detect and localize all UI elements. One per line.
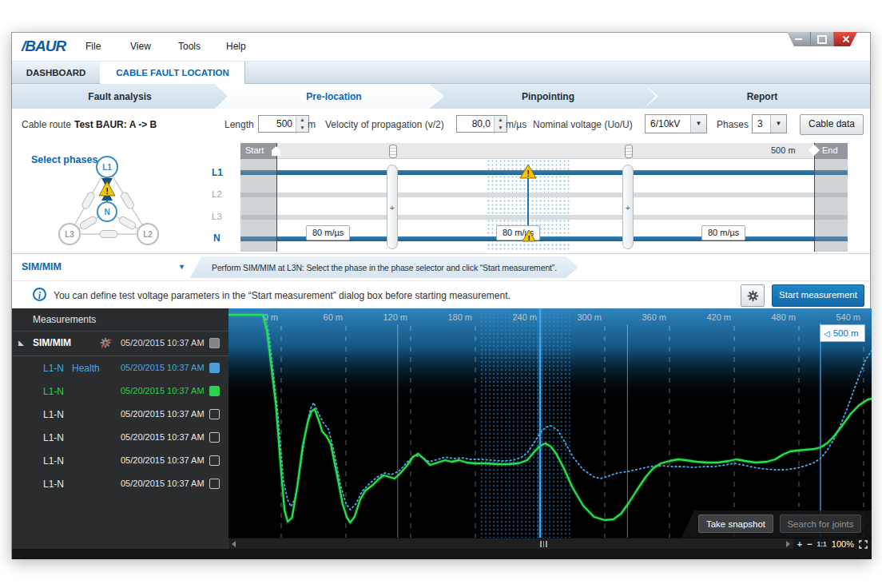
phases-value: 3 — [753, 115, 770, 133]
joint-marker-icon — [625, 145, 633, 158]
measurement-row[interactable]: L1-N05/20/2015 10:37 AM — [12, 426, 228, 449]
fit-to-screen-icon[interactable] — [859, 540, 868, 549]
cursor-distance-flag[interactable]: ◁ 500 m — [820, 324, 865, 342]
step-pinpointing[interactable]: Pinpointing — [429, 84, 656, 109]
warning-icon: ! — [519, 164, 537, 179]
chevron-down-icon: ▼ — [690, 115, 706, 133]
zoom-in-button[interactable]: + — [797, 539, 802, 549]
velocity-spin-up-icon[interactable]: ▲ — [495, 116, 507, 124]
velocity-label: Velocity of propagation (v/2) — [325, 119, 444, 130]
zoom-controls: + − 1:1 100% — [793, 538, 872, 550]
minimize-icon — [795, 38, 802, 40]
minimize-button[interactable] — [787, 32, 811, 46]
status-strip — [12, 549, 872, 559]
cable-route-value: Test BAUR: A -> B — [74, 119, 157, 130]
measurement-row[interactable]: L1-N05/20/2015 10:37 AM — [12, 472, 228, 495]
measurement-row[interactable]: L1-N05/20/2015 10:37 AM — [12, 379, 228, 403]
velocity-unit: m/µs — [506, 119, 526, 130]
cable-line-l3 — [240, 215, 848, 220]
fault-symbol: ! — [99, 178, 115, 201]
step-pre-location[interactable]: Pre-location — [215, 84, 442, 109]
length-spin-down-icon[interactable]: ▼ — [296, 124, 308, 132]
phase-node-l2[interactable]: L2 — [137, 224, 158, 244]
info-bar: i You can define test voltage parameters… — [12, 280, 870, 308]
measurement-checkbox[interactable] — [209, 386, 220, 396]
svg-text:!: ! — [105, 186, 109, 196]
phase-selector-diagram[interactable]: ! L1 N L3 L2 — [52, 151, 196, 256]
mode-bar: SIM/MIM ▼ Perform SIM/MIM at L3N: Select… — [12, 254, 870, 280]
measurement-group-row[interactable]: ◢ SIM/MIM 05/20/2015 10:37 AM — [12, 332, 228, 356]
phase-node-n[interactable]: N — [97, 202, 117, 221]
group-checkbox[interactable] — [209, 338, 220, 348]
measurement-row[interactable]: L1-N05/20/2015 10:37 AM — [12, 449, 228, 472]
start-boundary-line — [276, 143, 277, 252]
measurement-checkbox[interactable] — [209, 409, 220, 419]
measurements-panel: Measurements ◢ SIM/MIM 05/20/2015 10:3 — [12, 308, 228, 549]
length-stepper[interactable]: 500 ▲ ▼ — [258, 115, 309, 133]
measurement-checkbox[interactable] — [209, 479, 220, 489]
measurement-row[interactable]: L1-NHealth05/20/2015 10:37 AM — [12, 356, 228, 379]
maximize-button[interactable] — [811, 32, 835, 46]
velocity-segment-label: 80 m/µs — [306, 225, 350, 240]
x-axis-label: 360 m — [642, 312, 666, 322]
measurement-date: 05/20/2015 10:37 AM — [121, 479, 205, 488]
measurement-label: L1-N — [43, 479, 64, 490]
menu-item-tools[interactable]: Tools — [178, 41, 201, 52]
phases-select[interactable]: 3 ▼ — [752, 114, 787, 133]
nominal-voltage-select[interactable]: 6/10kV ▼ — [645, 114, 707, 133]
x-axis-label: 480 m — [771, 312, 796, 322]
scroll-right-icon[interactable] — [786, 541, 790, 547]
start-label: Start — [245, 145, 264, 155]
cable-phase-label-l2: L2 — [212, 189, 222, 199]
expander-icon[interactable]: ◢ — [18, 339, 24, 347]
end-boundary-line — [814, 143, 815, 252]
length-spin-up-icon[interactable]: ▲ — [296, 116, 308, 124]
svg-text:L1: L1 — [102, 163, 112, 172]
measurements-header: Measurements — [12, 308, 228, 332]
scroll-left-icon[interactable] — [232, 541, 236, 547]
phase-node-l3[interactable]: L3 — [59, 224, 80, 244]
cable-joint[interactable]: + — [387, 165, 398, 249]
before-start-zone — [240, 143, 276, 252]
scrollbar-grip-icon[interactable] — [540, 541, 547, 547]
close-button[interactable] — [834, 32, 857, 46]
step-fault-analysis[interactable]: Fault analysis — [12, 84, 228, 109]
measurement-checkbox[interactable] — [209, 432, 220, 443]
zoom-level[interactable]: 100% — [832, 539, 854, 549]
measurement-date: 05/20/2015 10:37 AM — [121, 455, 205, 465]
tab-cable-fault-location[interactable]: CABLE FAULT LOCATION — [100, 62, 245, 85]
measurement-mode-select[interactable]: SIM/MIM — [22, 261, 62, 272]
svg-text:N: N — [104, 208, 109, 217]
gear-disabled-icon — [100, 337, 113, 350]
phase-node-l1[interactable]: L1 — [97, 157, 117, 177]
start-measurement-button[interactable]: Start measurement — [772, 284, 864, 307]
settings-button[interactable] — [741, 284, 765, 307]
measurement-label: L1-N — [43, 432, 64, 443]
cable-phase-label-l1: L1 — [212, 167, 223, 178]
measurement-checkbox[interactable] — [209, 363, 220, 373]
search-for-joints-button[interactable]: Search for joints — [780, 514, 861, 533]
take-snapshot-button[interactable]: Take snapshot — [698, 514, 773, 533]
cable-data-button[interactable]: Cable data — [800, 114, 864, 135]
cable-joint[interactable]: + — [622, 165, 634, 249]
zoom-out-button[interactable]: − — [807, 539, 812, 549]
velocity-spin-down-icon[interactable]: ▼ — [495, 124, 507, 132]
velocity-stepper[interactable]: 80,0 ▲ ▼ — [456, 115, 507, 133]
chevron-down-icon[interactable]: ▼ — [178, 263, 185, 271]
length-value[interactable]: 500 — [259, 116, 296, 132]
chart-scrollbar[interactable]: + − 1:1 100% — [228, 538, 872, 549]
step-report[interactable]: Report — [643, 84, 870, 109]
menu-item-help[interactable]: Help — [226, 41, 246, 52]
measurement-row[interactable]: L1-N05/20/2015 10:37 AM — [12, 403, 228, 426]
tab-bar: DASHBOARD CABLE FAULT LOCATION — [12, 61, 870, 84]
tab-dashboard[interactable]: DASHBOARD — [12, 62, 101, 84]
tdr-chart[interactable]: 0 m60 m120 m180 m240 m300 m360 m420 m480… — [228, 308, 872, 538]
x-axis-label: 120 m — [383, 312, 407, 322]
measurement-tag: Health — [72, 363, 100, 374]
measurement-rows: L1-NHealth05/20/2015 10:37 AML1-N05/20/2… — [12, 356, 228, 495]
menu-item-view[interactable]: View — [130, 41, 151, 52]
measurement-checkbox[interactable] — [209, 455, 220, 466]
menu-item-file[interactable]: File — [85, 41, 101, 52]
velocity-value[interactable]: 80,0 — [457, 116, 494, 132]
zoom-one-to-one-button[interactable]: 1:1 — [817, 540, 827, 548]
